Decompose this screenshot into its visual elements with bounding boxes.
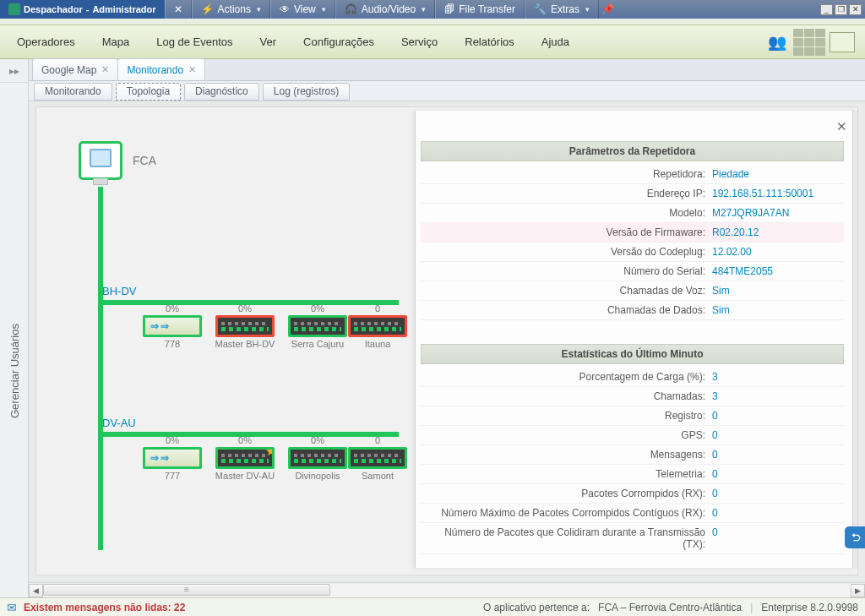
remote-view-menu[interactable]: 👁View: [270, 0, 335, 19]
field-key: Número do Serial:: [426, 265, 712, 277]
device-caption: 778: [165, 339, 180, 349]
tab-google-map[interactable]: Google Map ✕: [32, 58, 118, 80]
dialpad-icon[interactable]: [797, 30, 821, 54]
topology-canvas[interactable]: FCA BH-DV 0%7780%Master BH-DV0%Serra Caj…: [35, 106, 858, 575]
branch2-label[interactable]: DV-AU: [102, 417, 136, 429]
topology-device[interactable]: 0%778: [143, 303, 202, 349]
scroll-track[interactable]: [43, 584, 851, 597]
remote-extras-menu[interactable]: 🔧Extras: [525, 0, 599, 19]
branch1-label[interactable]: BH-DV: [102, 285, 136, 297]
remote-close-button[interactable]: ✕: [165, 0, 192, 19]
menu-relatorios[interactable]: Relatórios: [453, 30, 526, 53]
owner-value: FCA – Ferrovia Centro-Atlântica: [598, 602, 742, 613]
repeater-icon: [288, 447, 347, 469]
window-close-button[interactable]: ✕: [849, 4, 862, 15]
remote-audiovideo-menu[interactable]: 🎧Audio/Video: [335, 0, 436, 19]
remote-title-prefix: Despachador: [24, 4, 83, 14]
menu-configuracoes[interactable]: Configurações: [291, 30, 386, 53]
topology-device[interactable]: 0%Divinopolis: [288, 435, 347, 481]
field-key: Repetidora:: [426, 168, 712, 180]
repeater-icon: ★: [215, 447, 275, 469]
mail-icon[interactable]: ✉: [7, 601, 17, 614]
status-bar: ✉ Existem mensagens não lidas: 22 O apli…: [0, 597, 865, 616]
menu-mapa[interactable]: Mapa: [90, 30, 142, 53]
subtab-diagnostico[interactable]: Diagnóstico: [184, 83, 259, 101]
users-icon[interactable]: 👥: [765, 30, 789, 54]
panel-scrollbar[interactable]: [852, 111, 857, 568]
field-key: Chamadas:: [426, 390, 712, 402]
remote-filetransfer-button[interactable]: 🗐File Transfer: [435, 0, 525, 19]
teamviewer-badge[interactable]: ⮌: [845, 526, 865, 548]
device-caption: 777: [165, 471, 180, 481]
scroll-right-button[interactable]: ▶: [851, 584, 865, 597]
device-load-pct: 0%: [311, 435, 324, 445]
unread-messages-label[interactable]: Existem mensagens não lidas: 22: [24, 602, 185, 613]
device-caption: Divinopolis: [295, 471, 340, 481]
field-value: 0: [712, 507, 839, 519]
owner-label: O aplicativo pertence a:: [483, 602, 590, 613]
subtab-log[interactable]: Log (registros): [263, 83, 350, 101]
panel-toggle-icon[interactable]: [830, 32, 855, 52]
tab-monitorando[interactable]: Monitorando ✕: [117, 58, 205, 80]
device-caption: Serra Cajuru: [291, 339, 344, 349]
headset-icon: 🎧: [345, 3, 357, 15]
topology-device[interactable]: 0%Serra Cajuru: [288, 303, 347, 349]
field-key: GPS:: [426, 429, 712, 441]
field-value: 0: [712, 449, 839, 461]
window-restore-button[interactable]: ❐: [835, 4, 847, 15]
topology-device[interactable]: 0Itauna: [361, 303, 394, 349]
field-value: 0: [712, 468, 839, 480]
field-key: Telemetria:: [426, 468, 712, 480]
main-menu-bar: Operadores Mapa Log de Eventos Ver Confi…: [0, 25, 865, 59]
topology-device[interactable]: 0%777: [143, 435, 202, 481]
left-rail-label[interactable]: Gerenciar Usuários: [8, 324, 20, 418]
scroll-left-button[interactable]: ◀: [29, 584, 43, 597]
field-key: Versão de Firmaware:: [426, 226, 712, 238]
field-value: Sim: [712, 285, 839, 297]
subtab-monitorando[interactable]: Monitorando: [34, 83, 112, 101]
tab-close-icon[interactable]: ✕: [188, 64, 196, 75]
scroll-thumb[interactable]: [43, 584, 330, 596]
left-rail: ▸▸ Gerenciar Usuários: [0, 59, 29, 597]
field-value: 192.168.51.111:50001: [712, 188, 839, 199]
field-key: Chamadas de Voz:: [426, 285, 712, 297]
topology-device[interactable]: 0Samont: [361, 435, 394, 481]
field-value: 0: [712, 488, 839, 499]
device-load-pct: 0%: [238, 303, 252, 313]
device-caption: Master BH-DV: [215, 339, 275, 349]
device-load-pct: 0%: [166, 303, 179, 313]
menu-ver[interactable]: Ver: [248, 30, 289, 53]
remote-title: Despachador - Administrador: [0, 0, 165, 19]
menu-log-eventos[interactable]: Log de Eventos: [144, 30, 244, 53]
panel-field: Telemetria:0: [421, 465, 844, 484]
repeater-icon: [288, 315, 347, 337]
device-load-pct: 0: [375, 303, 380, 313]
field-value: 3: [712, 371, 839, 383]
field-key: Número de Pacotes que Colidiram durante …: [426, 526, 712, 550]
topology-device[interactable]: 0%Master BH-DV: [215, 303, 275, 349]
device-caption: Itauna: [365, 339, 391, 349]
menu-ajuda[interactable]: Ajuda: [530, 30, 581, 53]
device-load-pct: 0: [375, 435, 380, 445]
left-rail-expand-button[interactable]: ▸▸: [0, 59, 28, 83]
field-value: 484TME2055: [712, 265, 839, 277]
field-key: Modelo:: [426, 207, 712, 219]
root-node[interactable]: FCA: [79, 141, 156, 180]
topology-device[interactable]: 0%★Master DV-AU: [215, 435, 275, 481]
field-value: R02.20.12: [712, 226, 839, 238]
window-minimize-button[interactable]: _: [820, 4, 833, 15]
horizontal-scrollbar[interactable]: ◀ ▶: [29, 582, 865, 597]
menu-servico[interactable]: Serviço: [389, 30, 449, 53]
panel-field: Chamadas de Voz:Sim: [421, 281, 844, 301]
device-load-pct: 0%: [311, 303, 324, 313]
device-load-pct: 0%: [166, 435, 179, 445]
panel-field: Repetidora:Piedade: [421, 165, 844, 184]
tab-close-icon[interactable]: ✕: [101, 64, 109, 75]
subtab-topologia[interactable]: Topologia: [116, 83, 181, 101]
remote-actions-menu[interactable]: ⚡Actions: [192, 0, 270, 19]
panel-section-header: Parâmetros da Repetidora: [421, 141, 844, 161]
root-node-label: FCA: [133, 154, 156, 167]
remote-pin-button[interactable]: 📌: [599, 0, 617, 19]
menu-operadores[interactable]: Operadores: [5, 30, 87, 53]
panel-field: Registro:0: [421, 406, 844, 426]
